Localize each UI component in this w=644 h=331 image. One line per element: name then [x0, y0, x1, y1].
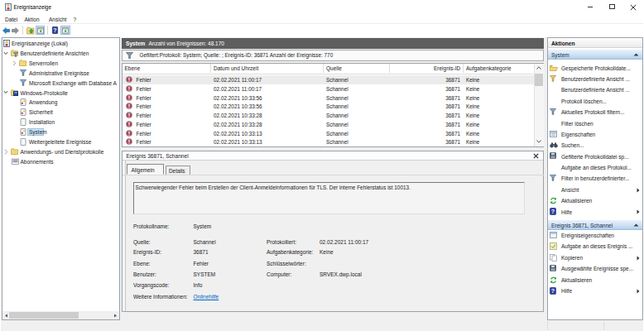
svg-text:?: ?	[53, 27, 56, 33]
svg-text:?: ?	[550, 209, 554, 214]
svg-text:?: ?	[550, 288, 554, 294]
